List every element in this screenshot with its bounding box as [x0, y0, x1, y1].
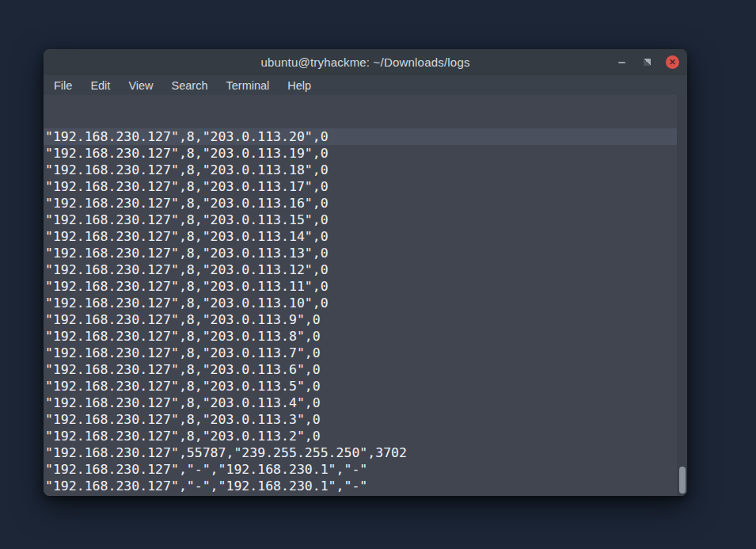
- terminal-line: "192.168.230.127",55787,"239.255.255.250…: [44, 444, 687, 461]
- restore-button[interactable]: [640, 55, 654, 69]
- terminal-line: "192.168.230.127",8,"203.0.113.18",0: [44, 162, 687, 178]
- terminal-line: "192.168.230.127",8,"203.0.113.13",0: [44, 245, 687, 261]
- terminal-line: "192.168.230.127",8,"203.0.113.4",0: [44, 395, 687, 411]
- terminal-line: "192.168.230.127",8,"203.0.113.5",0: [44, 378, 687, 395]
- terminal-line: "192.168.230.127","-","192.168.230.1","-…: [44, 478, 687, 494]
- close-button[interactable]: ✕: [666, 55, 679, 69]
- minimize-icon: [618, 62, 625, 63]
- terminal-line: "192.168.230.127",8,"203.0.113.3",0: [44, 411, 687, 428]
- menu-item-help[interactable]: Help: [281, 78, 317, 93]
- menu-item-file[interactable]: File: [47, 78, 78, 93]
- minimize-button[interactable]: [615, 55, 629, 69]
- menu-item-search[interactable]: Search: [165, 78, 215, 93]
- menu-bar: FileEditViewSearchTerminalHelp: [44, 75, 687, 95]
- terminal-line: "192.168.230.127","-","192.168.230.1","-…: [44, 461, 687, 478]
- terminal-line: "192.168.230.127",8,"192.168.230.1",0: [44, 494, 687, 496]
- menu-item-view[interactable]: View: [122, 78, 159, 93]
- terminal-line: "192.168.230.127",8,"203.0.113.17",0: [44, 178, 687, 195]
- terminal-window: ubuntu@tryhackme: ~/Downloads/logs ✕ Fil…: [44, 49, 687, 496]
- terminal-line: "192.168.230.127",8,"203.0.113.19",0: [44, 145, 687, 162]
- title-bar[interactable]: ubuntu@tryhackme: ~/Downloads/logs ✕: [44, 49, 687, 75]
- terminal-line: "192.168.230.127",8,"203.0.113.14",0: [44, 228, 687, 245]
- window-controls: ✕: [615, 49, 679, 75]
- scrollbar-track[interactable]: [677, 95, 687, 496]
- menu-item-terminal[interactable]: Terminal: [220, 78, 276, 93]
- terminal-line: "192.168.230.127",8,"203.0.113.6",0: [44, 361, 687, 378]
- terminal-line: "192.168.230.127",8,"203.0.113.10",0: [44, 295, 687, 311]
- restore-icon: [644, 59, 651, 66]
- terminal-line: "192.168.230.127",8,"203.0.113.12",0: [44, 261, 687, 278]
- terminal-line: "192.168.230.127",8,"203.0.113.7",0: [44, 345, 687, 361]
- terminal-output: "192.168.230.127",8,"203.0.113.20",0"192…: [44, 128, 687, 496]
- terminal-line: "192.168.230.127",8,"203.0.113.8",0: [44, 328, 687, 345]
- terminal-line: "192.168.230.127",8,"203.0.113.15",0: [44, 212, 687, 228]
- terminal-line: "192.168.230.127",8,"203.0.113.2",0: [44, 428, 687, 444]
- menu-item-edit[interactable]: Edit: [84, 78, 116, 93]
- terminal-line: "192.168.230.127",8,"203.0.113.16",0: [44, 195, 687, 212]
- scrollbar-thumb[interactable]: [679, 467, 686, 494]
- window-title: ubuntu@tryhackme: ~/Downloads/logs: [44, 55, 687, 69]
- terminal-line: "192.168.230.127",8,"203.0.113.11",0: [44, 278, 687, 295]
- terminal-viewport[interactable]: "192.168.230.127",8,"203.0.113.20",0"192…: [44, 95, 687, 496]
- terminal-line: "192.168.230.127",8,"203.0.113.20",0: [44, 128, 687, 145]
- terminal-line: "192.168.230.127",8,"203.0.113.9",0: [44, 311, 687, 328]
- close-icon: ✕: [669, 58, 676, 67]
